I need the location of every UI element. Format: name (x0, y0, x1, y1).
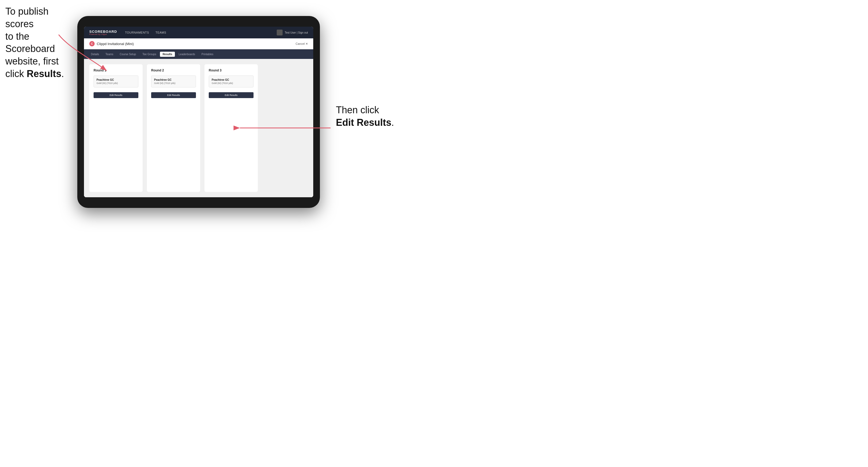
nav-logo: SCOREBOARD Powered by clippd (89, 30, 117, 35)
round-3-course-details: Gold (M) (7010 yds) (212, 82, 251, 85)
round-3-course-card: Peachtree GC Gold (M) (7010 yds) (209, 75, 253, 87)
tournament-name-container: C Clippd Invitational (Mini) (89, 41, 134, 46)
main-content: Round 1 Peachtree GC Gold (M) (7010 yds)… (84, 59, 313, 197)
edit-results-button-2[interactable]: Edit Results (151, 92, 196, 98)
round-2-course-card: Peachtree GC Gold (M) (7010 yds) (151, 75, 196, 87)
subnav-tee-groups[interactable]: Tee Groups (140, 52, 159, 57)
nav-tournaments[interactable]: TOURNAMENTS (125, 31, 149, 34)
instruction-line4-bold: Results (27, 68, 61, 79)
tablet-screen: SCOREBOARD Powered by clippd TOURNAMENTS… (84, 27, 313, 197)
subnav-leaderboards[interactable]: Leaderboards (176, 52, 198, 57)
edit-results-button-3[interactable]: Edit Results (209, 92, 253, 98)
round-3-title: Round 3 (209, 68, 253, 72)
round-2-title: Round 2 (151, 68, 196, 72)
nav-teams[interactable]: TEAMS (155, 31, 166, 34)
nav-bar: SCOREBOARD Powered by clippd TOURNAMENTS… (84, 27, 313, 38)
logo-title: SCOREBOARD (89, 30, 117, 33)
round-1-title: Round 1 (94, 68, 138, 72)
cancel-button[interactable]: Cancel ✕ (296, 42, 308, 45)
instruction-right: Then click Edit Results. (336, 104, 413, 180)
round-2-course-details: Gold (M) (7010 yds) (154, 82, 193, 85)
instruction-line4-suffix: . (61, 68, 64, 79)
sub-nav: Details Teams Course Setup Tee Groups Re… (84, 49, 313, 59)
instruction-line4-prefix: click (5, 68, 27, 79)
instruction-line3: website, first (5, 56, 59, 67)
user-text: Test User | Sign out (285, 31, 308, 34)
instruction-right-line2-suffix: . (391, 117, 394, 128)
tournament-header: C Clippd Invitational (Mini) Cancel ✕ (84, 38, 313, 49)
instruction-line1: To publish scores (5, 6, 49, 29)
edit-results-button-1[interactable]: Edit Results (94, 92, 138, 98)
tournament-title: Clippd Invitational (Mini) (97, 42, 134, 46)
instruction-line2: to the Scoreboard (5, 31, 55, 54)
user-avatar (277, 30, 283, 35)
nav-right: Test User | Sign out (277, 30, 308, 35)
round-2-course-name: Peachtree GC (154, 79, 193, 81)
instruction-right-line1: Then click (336, 104, 379, 116)
nav-links: TOURNAMENTS TEAMS (125, 31, 277, 34)
instruction-right-line2-bold: Edit Results (336, 117, 391, 128)
round-card-2: Round 2 Peachtree GC Gold (M) (7010 yds)… (147, 64, 200, 192)
instruction-left: To publish scores to the Scoreboard webs… (5, 5, 69, 80)
tournament-icon: C (89, 41, 95, 46)
subnav-details[interactable]: Details (88, 52, 102, 57)
subnav-teams[interactable]: Teams (103, 52, 116, 57)
subnav-printables[interactable]: Printables (199, 52, 216, 57)
round-card-1: Round 1 Peachtree GC Gold (M) (7010 yds)… (89, 64, 143, 192)
logo-subtitle: Powered by clippd (89, 33, 117, 35)
tablet-device: SCOREBOARD Powered by clippd TOURNAMENTS… (77, 16, 320, 208)
subnav-results[interactable]: Results (160, 52, 175, 57)
round-1-course-card: Peachtree GC Gold (M) (7010 yds) (94, 75, 138, 87)
round-1-course-details: Gold (M) (7010 yds) (96, 82, 135, 85)
subnav-course-setup[interactable]: Course Setup (117, 52, 138, 57)
round-card-3: Round 3 Peachtree GC Gold (M) (7010 yds)… (205, 64, 258, 192)
round-1-course-name: Peachtree GC (96, 79, 135, 81)
round-3-course-name: Peachtree GC (212, 79, 251, 81)
